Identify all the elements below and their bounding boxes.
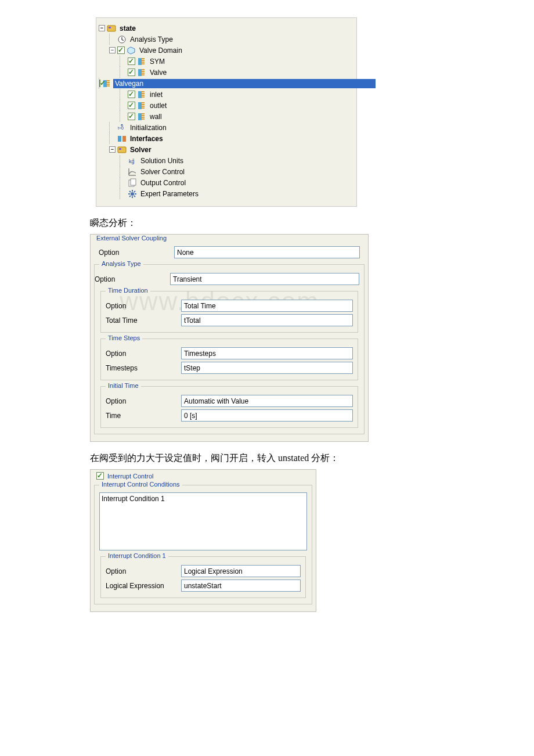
time-duration-group: Time Duration Option Total Time xyxy=(100,291,358,333)
initialization-icon: t=0 xyxy=(117,123,127,132)
output-control-icon xyxy=(128,178,137,188)
time-steps-group: Time Steps Option Timesteps xyxy=(100,339,358,380)
tree-item-solver[interactable]: − Solver xyxy=(99,144,354,155)
tree-label: Valve xyxy=(148,68,168,77)
ext-coupling-option-input[interactable] xyxy=(174,246,360,258)
group-legend: Initial Time xyxy=(106,382,141,389)
visibility-checkbox[interactable] xyxy=(128,102,135,109)
tree-item-solver-control[interactable]: Solver Control xyxy=(99,166,354,177)
collapse-icon[interactable]: − xyxy=(109,146,116,153)
boundary-icon xyxy=(137,101,146,110)
tree-item-sym[interactable]: SYM xyxy=(99,56,354,67)
checkbox-label: Interrupt Control xyxy=(107,473,153,480)
total-time-input[interactable] xyxy=(181,314,353,326)
domain-icon xyxy=(127,46,136,55)
group-legend: Time Duration xyxy=(106,287,150,294)
tree-item-solution-units[interactable]: kga Solution Units xyxy=(99,155,354,166)
svg-point-18 xyxy=(131,192,134,196)
tree-label: Output Control xyxy=(139,178,187,188)
tree-item-expert-parameters[interactable]: Expert Parameters xyxy=(99,188,354,199)
tree-item-output-control[interactable]: Output Control xyxy=(99,177,354,188)
svg-rect-7 xyxy=(138,102,142,109)
time-duration-option-input[interactable] xyxy=(181,300,353,312)
tree-label: Interfaces xyxy=(128,134,165,143)
analysis-type-group: Analysis Type Option Time Duration Optio… xyxy=(94,264,365,434)
tree-label: wall xyxy=(148,112,164,121)
tree-label: Valve Domain xyxy=(138,46,184,55)
conditions-listbox[interactable]: Interrupt Condition 1 xyxy=(99,492,307,550)
group-legend: External Solver Coupling xyxy=(93,235,366,244)
visibility-checkbox[interactable] xyxy=(99,80,100,87)
field-label: Timesteps xyxy=(106,364,181,372)
tree-label: inlet xyxy=(148,90,164,99)
svg-rect-8 xyxy=(138,113,142,120)
boundary-icon xyxy=(137,112,146,121)
svg-rect-1 xyxy=(109,27,111,28)
units-icon: kga xyxy=(128,156,137,165)
group-legend: Time Steps xyxy=(106,334,142,341)
group-legend: Interrupt Condition 1 xyxy=(106,552,168,559)
tree-label: Expert Parameters xyxy=(139,189,200,199)
field-label: Option xyxy=(95,275,170,283)
list-item[interactable]: Interrupt Condition 1 xyxy=(102,495,305,503)
tree-label: outlet xyxy=(148,101,168,110)
svg-rect-11 xyxy=(122,136,126,142)
tree-root[interactable]: − state xyxy=(99,23,354,34)
interfaces-icon xyxy=(117,134,127,143)
visibility-checkbox[interactable] xyxy=(128,57,135,65)
analysis-settings-panel: www.bdocx.com External Solver Coupling O… xyxy=(90,234,369,442)
svg-rect-6 xyxy=(138,91,142,98)
field-label: Total Time xyxy=(106,316,181,325)
interrupt-control-checkbox[interactable] xyxy=(96,472,104,480)
gear-icon xyxy=(128,189,137,199)
interrupt-conditions-group: Interrupt Control Conditions Interrupt C… xyxy=(94,485,312,604)
visibility-checkbox[interactable] xyxy=(128,113,135,120)
svg-rect-17 xyxy=(131,179,136,185)
tree-label: SYM xyxy=(148,57,167,66)
collapse-icon[interactable]: − xyxy=(99,25,105,31)
tree-item-valve-domain[interactable]: − Valve Domain xyxy=(99,45,354,56)
solver-icon xyxy=(117,145,127,154)
tree-item-valvegan[interactable]: Valvegan xyxy=(99,78,354,89)
tree-label: Solver Control xyxy=(139,167,186,177)
tree-item-wall[interactable]: wall xyxy=(99,111,354,122)
tree-item-initialization[interactable]: t=0 Initialization xyxy=(99,122,354,133)
caption-transient: 瞬态分析： xyxy=(90,217,525,229)
model-tree: − state Analysis Type − Valve Domain xyxy=(96,17,357,207)
visibility-checkbox[interactable] xyxy=(128,69,135,76)
boundary-icon xyxy=(137,68,146,77)
tree-item-outlet[interactable]: outlet xyxy=(99,100,354,111)
tree-item-valve[interactable]: Valve xyxy=(99,67,354,78)
initial-time-group: Initial Time Option Time xyxy=(100,386,358,428)
tree-item-analysis-type[interactable]: Analysis Type xyxy=(99,34,354,45)
analysis-type-option-input[interactable] xyxy=(170,273,359,285)
field-label: Option xyxy=(106,350,181,358)
boundary-icon xyxy=(137,90,146,99)
tree-item-inlet[interactable]: inlet xyxy=(99,89,354,100)
field-label: Option xyxy=(106,302,181,310)
interrupt-control-panel: Interrupt Control Interrupt Control Cond… xyxy=(90,469,316,612)
condition-option-input[interactable] xyxy=(181,565,301,577)
time-input[interactable] xyxy=(181,409,353,422)
state-icon xyxy=(107,24,116,33)
field-label: Time xyxy=(106,412,181,420)
tree-item-interfaces[interactable]: Interfaces xyxy=(99,133,354,144)
visibility-checkbox[interactable] xyxy=(117,46,125,54)
collapse-icon[interactable]: − xyxy=(109,47,116,53)
timesteps-input[interactable] xyxy=(181,362,353,374)
logical-expression-input[interactable] xyxy=(181,579,301,592)
tree-label: Solution Units xyxy=(139,156,185,165)
group-legend: Analysis Type xyxy=(99,260,143,267)
boundary-icon xyxy=(137,57,146,66)
svg-rect-13 xyxy=(119,148,121,150)
field-label: Option xyxy=(106,397,181,405)
svg-rect-4 xyxy=(138,69,142,76)
visibility-checkbox[interactable] xyxy=(128,91,135,98)
field-label: Option xyxy=(99,249,174,257)
solver-control-icon xyxy=(128,167,137,177)
interrupt-control-toggle[interactable]: Interrupt Control xyxy=(96,472,153,480)
tree-label: state xyxy=(118,24,138,33)
time-steps-option-input[interactable] xyxy=(181,347,353,359)
group-legend: Interrupt Control Conditions xyxy=(99,481,182,488)
initial-time-option-input[interactable] xyxy=(181,395,353,407)
